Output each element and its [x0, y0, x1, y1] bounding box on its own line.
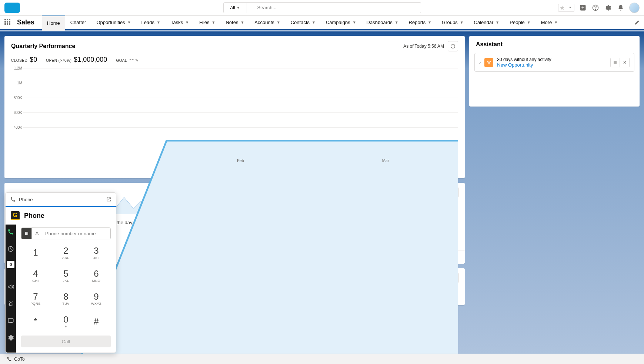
phone-sidebar: 0 [6, 225, 16, 353]
nav-tab-groups[interactable]: Groups▼ [437, 15, 469, 31]
nav-tab-chatter[interactable]: Chatter [65, 15, 91, 31]
nav-tab-tasks[interactable]: Tasks▼ [166, 15, 194, 31]
phone-number-input[interactable] [42, 228, 110, 239]
bug-icon[interactable] [6, 299, 16, 309]
key-9[interactable]: 9WXYZ [82, 288, 111, 310]
key-star[interactable]: * [21, 311, 50, 333]
utility-goto-label: GoTo [14, 357, 25, 362]
phone-icon [10, 196, 16, 202]
chevron-down-icon: ▼ [157, 20, 160, 24]
favorites-button[interactable] [558, 4, 566, 12]
favorites-dropdown[interactable]: ▼ [566, 4, 574, 12]
nav-tab-notes[interactable]: Notes▼ [220, 15, 249, 31]
call-button[interactable]: Call [21, 336, 111, 347]
x-axis-labels: Jan Feb Mar [23, 158, 458, 163]
nav-tab-more[interactable]: More▼ [536, 15, 563, 31]
nav-tab-people[interactable]: People▼ [504, 15, 535, 31]
global-search: All ▼ [223, 2, 421, 13]
key-hash[interactable]: # [82, 311, 111, 333]
key-5[interactable]: 5JKL [51, 265, 80, 287]
key-3[interactable]: 3DEF [82, 242, 111, 264]
chevron-down-icon: ▼ [495, 20, 499, 24]
chevron-down-icon: ▼ [312, 20, 316, 24]
search-scope-select[interactable]: All ▼ [223, 2, 247, 13]
dialer-tab-icon[interactable] [6, 227, 16, 237]
assistant-link[interactable]: New Opportunity [497, 62, 533, 68]
key-1[interactable]: 1 [21, 242, 50, 264]
svg-marker-2 [560, 6, 564, 10]
goal-edit-icon[interactable]: ✎ [135, 58, 139, 63]
assistant-item: › ♛ 30 days without any activity New Opp… [474, 53, 634, 72]
svg-point-26 [26, 232, 27, 233]
settings-gear-icon[interactable] [6, 333, 16, 343]
chevron-down-icon: ▼ [353, 20, 356, 24]
nav-tab-calendar[interactable]: Calendar▼ [469, 15, 505, 31]
qp-metrics: CLOSED$0 OPEN (>70%)$1,000,000 GOAL--✎ [4, 54, 465, 68]
key-0[interactable]: 0+ [51, 311, 80, 333]
global-add-button[interactable] [579, 4, 587, 12]
key-2[interactable]: 2ABC [51, 242, 80, 264]
dialpad: 1 2ABC 3DEF 4GHI 5JKL 6MNO 7PQRS 8TUV 9W… [21, 242, 111, 333]
closed-value: $0 [30, 56, 37, 63]
app-launcher-icon[interactable] [4, 19, 12, 26]
setup-gear-icon[interactable] [604, 4, 612, 12]
keypad-toggle[interactable] [21, 228, 32, 239]
open-label: OPEN (>70%) [46, 58, 71, 63]
minimize-icon[interactable]: — [96, 197, 100, 202]
phone-app-header: G Phone [6, 207, 116, 225]
assistant-task-icon[interactable] [610, 58, 620, 67]
user-avatar[interactable] [629, 3, 640, 13]
feedback-icon[interactable] [6, 316, 16, 326]
nav-tab-campaigns[interactable]: Campaigns▼ [321, 15, 361, 31]
nav-tab-files[interactable]: Files▼ [194, 15, 220, 31]
svg-point-28 [25, 233, 26, 234]
utility-bar: GoTo [0, 354, 644, 364]
phone-dialer: 1 2ABC 3DEF 4GHI 5JKL 6MNO 7PQRS 8TUV 9W… [16, 225, 116, 353]
qp-chart: 1.2M 1M 800K 600K 400K [4, 68, 465, 168]
y-axis: 1.2M 1M 800K 600K 400K [11, 68, 22, 157]
popout-icon[interactable] [106, 197, 111, 202]
assistant-title: Assistant [469, 36, 640, 53]
nav-edit-icon[interactable] [634, 20, 640, 25]
assistant-dismiss-icon[interactable]: ✕ [620, 58, 630, 67]
chevron-right-icon[interactable]: › [479, 60, 481, 65]
nav-tab-accounts[interactable]: Accounts▼ [249, 15, 285, 31]
nav-tab-dashboards[interactable]: Dashboards▼ [361, 15, 404, 31]
global-search-input[interactable] [247, 2, 421, 13]
nav-tabs: Home Chatter Opportunities▼ Leads▼ Tasks… [42, 15, 563, 30]
salesforce-logo [4, 3, 20, 13]
phone-app-title: Phone [24, 212, 44, 220]
contacts-toggle[interactable] [32, 228, 42, 239]
nav-tab-home[interactable]: Home [42, 15, 65, 31]
nav-tab-reports[interactable]: Reports▼ [404, 15, 437, 31]
notifications-bell-icon[interactable] [617, 4, 625, 12]
svg-point-25 [25, 232, 26, 233]
history-tab-icon[interactable] [6, 244, 16, 254]
chevron-down-icon: ▼ [527, 20, 531, 24]
global-header: All ▼ ▼ [0, 0, 644, 16]
utility-goto[interactable]: GoTo [4, 355, 28, 363]
svg-point-32 [26, 234, 27, 235]
key-8[interactable]: 8TUV [51, 288, 80, 310]
help-icon[interactable] [591, 4, 600, 12]
nav-tab-leads[interactable]: Leads▼ [136, 15, 166, 31]
key-7[interactable]: 7PQRS [21, 288, 50, 310]
svg-point-33 [27, 234, 28, 235]
svg-point-31 [25, 234, 26, 235]
nav-tab-contacts[interactable]: Contacts▼ [286, 15, 321, 31]
phone-panel-header: Phone — [6, 193, 116, 207]
key-6[interactable]: 6MNO [82, 265, 111, 287]
phone-panel: Phone — G Phone 0 [5, 192, 116, 353]
goal-value: -- [129, 56, 134, 63]
refresh-button[interactable] [448, 41, 458, 51]
key-4[interactable]: 4GHI [21, 265, 50, 287]
chevron-down-icon: ▼ [237, 6, 240, 10]
assistant-card: Assistant › ♛ 30 days without any activi… [469, 36, 640, 107]
search-scope-label: All [230, 5, 235, 10]
chevron-down-icon: ▼ [212, 20, 216, 24]
nav-tab-opportunities[interactable]: Opportunities▼ [91, 15, 136, 31]
announce-icon[interactable] [6, 282, 16, 292]
phone-window-title: Phone [19, 197, 90, 202]
voicemail-badge[interactable]: 0 [7, 261, 14, 268]
chevron-down-icon: ▼ [185, 20, 189, 24]
